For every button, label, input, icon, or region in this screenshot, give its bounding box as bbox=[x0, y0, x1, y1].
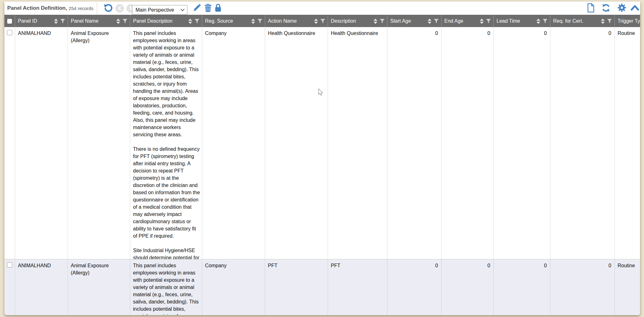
sort-icon[interactable] bbox=[54, 19, 58, 24]
cell-panel-description: This panel includes employees working in… bbox=[130, 27, 202, 259]
column-header-panel-id[interactable]: Panel ID bbox=[15, 15, 68, 27]
sort-icon[interactable] bbox=[428, 19, 431, 24]
filter-icon[interactable] bbox=[60, 19, 65, 24]
lock-button[interactable] bbox=[213, 2, 223, 15]
cell-panel-id: ANIMALHAND bbox=[15, 259, 68, 315]
cell-action-name: PFT bbox=[265, 259, 328, 315]
filter-icon[interactable] bbox=[320, 19, 325, 24]
column-header-trigger-type[interactable]: Trigger Type bbox=[615, 15, 640, 27]
column-header-panel-description[interactable]: Panel Description bbox=[130, 15, 202, 27]
column-label: Description bbox=[331, 18, 356, 24]
filter-icon[interactable] bbox=[486, 19, 491, 24]
cell-lead-time: 0 bbox=[494, 259, 550, 315]
document-icon bbox=[587, 3, 595, 14]
cell-panel-description: This panel includes employees working in… bbox=[130, 259, 202, 315]
table-header-row: Panel ID Panel Name Panel Description Re… bbox=[4, 15, 640, 27]
column-label: Reg. Source bbox=[205, 18, 233, 24]
column-header-lead-time[interactable]: Lead Time bbox=[494, 15, 550, 27]
sort-icon[interactable] bbox=[480, 19, 484, 24]
filter-icon[interactable] bbox=[607, 19, 612, 24]
panel-title: Panel Action Definition, bbox=[7, 5, 67, 11]
previous-button[interactable] bbox=[115, 2, 125, 15]
lock-icon bbox=[214, 3, 222, 13]
sort-icon[interactable] bbox=[188, 19, 192, 24]
filter-icon[interactable] bbox=[434, 19, 439, 24]
table-body: ANIMALHAND Animal Exposure (Allergy) Thi… bbox=[4, 27, 640, 315]
chevron-down-icon bbox=[180, 8, 187, 11]
row-checkbox[interactable] bbox=[7, 262, 12, 268]
cell-description: Health Questionnaire bbox=[328, 27, 387, 259]
table-row[interactable]: ANIMALHAND Animal Exposure (Allergy) Thi… bbox=[4, 259, 640, 315]
cell-end-age: 0 bbox=[441, 259, 494, 315]
column-label: Start Age bbox=[390, 18, 411, 24]
column-label: Panel Description bbox=[133, 18, 172, 24]
sort-icon[interactable] bbox=[314, 19, 318, 24]
row-checkbox[interactable] bbox=[7, 30, 12, 35]
sort-icon[interactable] bbox=[374, 19, 377, 24]
sort-icon[interactable] bbox=[536, 19, 540, 24]
filter-icon[interactable] bbox=[380, 19, 385, 24]
filter-icon[interactable] bbox=[122, 19, 128, 24]
cell-reg-source: Company bbox=[202, 27, 265, 259]
sort-icon[interactable] bbox=[601, 19, 605, 24]
cell-panel-id: ANIMALHAND bbox=[15, 27, 68, 259]
filter-icon[interactable] bbox=[194, 19, 200, 24]
column-label: Panel Name bbox=[71, 18, 98, 24]
cell-description: PFT bbox=[328, 259, 387, 315]
refresh-icon bbox=[601, 3, 611, 14]
column-header-start-age[interactable]: Start Age bbox=[387, 15, 441, 27]
perspective-value: Main Perspective bbox=[132, 7, 180, 13]
column-header-action-name[interactable]: Action Name bbox=[265, 15, 328, 27]
cell-end-age: 0 bbox=[441, 27, 494, 259]
trash-icon bbox=[204, 3, 212, 13]
collapse-button[interactable] bbox=[630, 2, 640, 15]
cell-req-for-cert: 0 bbox=[550, 259, 615, 315]
undo-icon bbox=[103, 3, 113, 14]
pencil-icon bbox=[193, 3, 201, 13]
toolbar: Panel Action Definition, 254 records Mai… bbox=[4, 2, 640, 15]
edit-button[interactable] bbox=[192, 2, 202, 15]
column-label: Panel ID bbox=[18, 18, 37, 24]
cell-panel-name: Animal Exposure (Allergy) bbox=[68, 27, 130, 259]
filter-icon[interactable] bbox=[542, 19, 548, 24]
page-title: Panel Action Definition, 254 records bbox=[7, 2, 93, 15]
column-header-req-for-cert[interactable]: Req. for Cert. bbox=[550, 15, 615, 27]
checkbox-icon bbox=[7, 19, 12, 24]
sort-icon[interactable] bbox=[116, 19, 120, 24]
chevron-up-icon bbox=[630, 4, 639, 12]
perspective-dropdown[interactable]: Main Perspective bbox=[132, 5, 187, 15]
cell-start-age: 0 bbox=[387, 27, 441, 259]
cell-trigger-type: Routine bbox=[615, 259, 640, 315]
column-label: Lead Time bbox=[497, 18, 520, 24]
cell-reg-source: Company bbox=[202, 259, 265, 315]
cell-action-name: Health Questionnaire bbox=[265, 27, 328, 259]
cell-req-for-cert: 0 bbox=[550, 27, 615, 259]
gear-icon bbox=[617, 3, 626, 13]
refresh-button[interactable] bbox=[601, 2, 611, 15]
cell-start-age: 0 bbox=[387, 259, 441, 315]
cell-lead-time: 0 bbox=[494, 27, 550, 259]
column-label: End Age bbox=[444, 18, 464, 24]
undo-button[interactable] bbox=[103, 2, 113, 15]
column-label: Action Name bbox=[268, 18, 297, 24]
chevron-left-icon bbox=[115, 4, 124, 13]
column-header-panel-name[interactable]: Panel Name bbox=[68, 15, 130, 27]
cell-trigger-type: Routine bbox=[615, 27, 640, 259]
column-label: Req. for Cert. bbox=[553, 18, 583, 24]
settings-button[interactable] bbox=[616, 2, 627, 15]
new-document-button[interactable] bbox=[586, 2, 596, 15]
column-header-end-age[interactable]: End Age bbox=[441, 15, 494, 27]
record-count: 254 records bbox=[69, 6, 93, 11]
column-label: Trigger Type bbox=[618, 18, 640, 24]
select-all-checkbox[interactable] bbox=[4, 15, 15, 27]
table-row[interactable]: ANIMALHAND Animal Exposure (Allergy) Thi… bbox=[4, 27, 640, 259]
column-header-description[interactable]: Description bbox=[328, 15, 387, 27]
cell-panel-name: Animal Exposure (Allergy) bbox=[68, 259, 130, 315]
delete-button[interactable] bbox=[203, 2, 213, 15]
toolbar-divider bbox=[97, 2, 97, 14]
app-window: Panel Action Definition, 254 records Mai… bbox=[4, 2, 640, 315]
sort-icon[interactable] bbox=[251, 19, 255, 24]
column-header-reg-source[interactable]: Reg. Source bbox=[202, 15, 265, 27]
filter-icon[interactable] bbox=[257, 19, 263, 24]
